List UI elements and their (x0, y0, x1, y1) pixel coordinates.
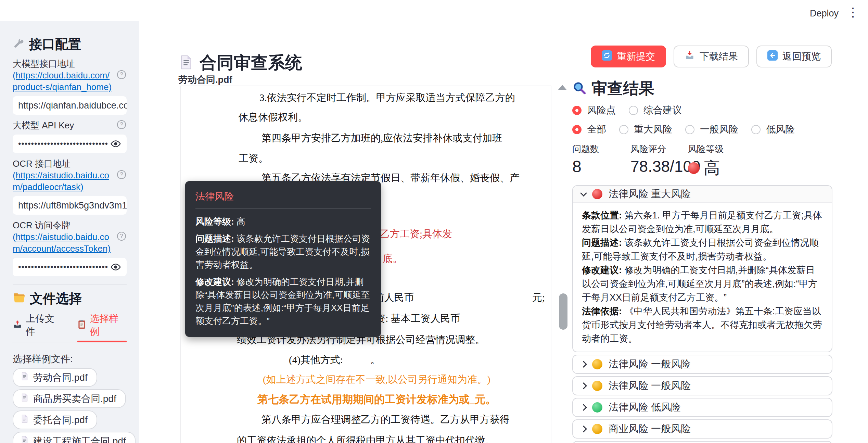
back-arrow-icon (767, 50, 778, 63)
document-icon (20, 414, 29, 426)
risk-card-header[interactable]: 法律风险 重大风险 (573, 186, 832, 203)
risk-card-collapsed[interactable]: 商业风险 低风险 (572, 441, 832, 443)
llm-endpoint-link[interactable]: (https://cloud.baidu.com/product-s/qianf… (13, 70, 112, 92)
radio-all[interactable] (572, 125, 582, 134)
ocr-endpoint-link[interactable]: (https://aistudio.baidu.com/paddleocr/ta… (13, 170, 109, 192)
scroll-up-arrow[interactable] (558, 85, 567, 90)
risk-level-dot-red (688, 162, 700, 174)
risk-dot-yellow (592, 424, 602, 434)
clause-location: 条款位置: 第六条1. 甲方于每月日前足额支付乙方工资;具体发薪日以公司资金到位… (582, 208, 823, 236)
deploy-button[interactable]: Deploy (810, 8, 839, 19)
llm-apikey-label: 大模型 API Key ? (13, 119, 127, 131)
view-mode-radios: 风险点 综合建议 (572, 105, 832, 116)
ocr-token-label: OCR 访问令牌 (https://aistudio.baidu.com/acc… (13, 219, 127, 254)
results-title: 审查结果 (591, 78, 654, 99)
tooltip-risk-level: 风险等级: 高 (195, 215, 371, 228)
current-doc-name: 劳动合同.pdf (178, 74, 232, 86)
doc-line: 第四条甲方安排乙方加班的,应依法安排补休或支付加班 (261, 131, 502, 145)
risk-card-collapsed[interactable]: 法律风险 一般风险 (572, 376, 832, 395)
download-results-button[interactable]: 下载结果 (674, 46, 749, 67)
api-config-title: 接口配置 (29, 36, 81, 53)
doc-line-clause7-orange: 第七条乙方在试用期期间的工资计发标准为或_元。 (257, 392, 496, 407)
radio-overall-advice[interactable] (629, 106, 638, 115)
risk-card-body: 条款位置: 第六条1. 甲方于每月日前足额支付乙方工资;具体发薪日以公司资金到位… (573, 203, 832, 352)
document-icon (20, 372, 29, 383)
clipboard-icon (77, 319, 86, 331)
stat-risk-level: 风险等级 高 (688, 143, 832, 179)
ocr-token-input[interactable]: •••••••••••••••••••••••••••••••• (13, 258, 127, 276)
folder-icon (13, 292, 26, 306)
document-icon (20, 435, 29, 443)
help-icon[interactable]: ? (117, 120, 126, 129)
resubmit-button[interactable]: 重新提交 (591, 46, 666, 67)
file-tabs: 上传文件 选择样例 (13, 312, 127, 342)
back-to-preview-button[interactable]: 返回预览 (756, 46, 832, 67)
risk-dot-yellow (592, 381, 602, 391)
risk-card-expanded: 法律风险 重大风险 条款位置: 第六条1. 甲方于每月日前足额支付乙方工资;具体… (572, 185, 832, 352)
llm-apikey-input[interactable]: •••••••••••••••••••••••••••••••• (13, 135, 127, 153)
radio-major-risk[interactable] (619, 125, 628, 134)
divider (13, 284, 127, 284)
chevron-right-icon (580, 404, 587, 411)
ocr-token-link[interactable]: (https://aistudio.baidu.com/account/acce… (13, 232, 111, 254)
help-icon[interactable]: ? (117, 170, 126, 179)
risk-dot-red (592, 189, 602, 199)
stats-row: 问题数 8 风险评分 78.38/100 风险等级 高 (572, 143, 832, 179)
file-select-title: 文件选择 (30, 290, 82, 307)
help-icon[interactable]: ? (117, 232, 126, 241)
doc-line: 休息休假权利。 (238, 111, 308, 124)
risk-tooltip: 法律风险 风险等级: 高 问题描述: 该条款允许工资支付日根据公司资金到位情况顺… (185, 181, 381, 337)
legal-basis: 法律依据: 《中华人民共和国劳动法》第五十条:工资应当以货币形式按月支付给劳动者… (582, 304, 823, 345)
document-viewer[interactable]: 3.依法实行不定时工作制。甲方应采取适当方式保障乙方的 休息休假权利。 第四条甲… (180, 86, 551, 443)
stat-risk-score: 风险评分 78.38/100 (630, 143, 688, 179)
risk-card-collapsed[interactable]: 商业风险 一般风险 (572, 419, 832, 439)
page-title: 合同审查系统 (200, 51, 302, 74)
ocr-endpoint-input[interactable]: https://uft8mbk5g3ndv3m1.aistu (13, 196, 127, 215)
upload-icon (13, 319, 22, 331)
stat-problem-count: 问题数 8 (572, 143, 630, 179)
sample-files-label: 选择样例文件: (13, 353, 127, 366)
radio-general-risk[interactable] (685, 125, 694, 134)
risk-card-collapsed[interactable]: 法律风险 低风险 (572, 398, 832, 417)
tooltip-suggestion: 修改建议: 修改为明确的工资支付日期,并删除“具体发薪日以公司资金到位为准,可顺… (195, 275, 371, 327)
radio-low-risk[interactable] (751, 125, 761, 134)
risk-cards: 法律风险 重大风险 条款位置: 第六条1. 甲方于每月日前足额支付乙方工资;具体… (572, 185, 832, 443)
doc-line-note-orange: (如上述方式之间存在不一致,以公司另行通知为准。) (263, 373, 490, 387)
tooltip-title: 法律风险 (185, 181, 381, 208)
chevron-right-icon (580, 361, 587, 368)
doc-line-risk-red: 乙方工资;具体发 (380, 227, 452, 241)
doc-line: 的工资依法承担的个人所得税由甲方从其工资中代扣代缴。 (237, 434, 495, 443)
chevron-down-icon (580, 190, 587, 197)
sidebar: 接口配置 大模型接口地址 (https://cloud.baidu.com/pr… (0, 0, 139, 443)
tab-upload-file[interactable]: 上传文件 (13, 312, 62, 338)
page-title-row: 合同审查系统 (178, 51, 302, 74)
doc-line: 3.依法实行不定时工作制。甲方应采取适当方式保障乙方的 (259, 91, 515, 105)
eye-icon[interactable] (110, 262, 121, 273)
action-buttons: 重新提交 下载结果 返回预览 (591, 46, 832, 67)
radio-risk-points[interactable] (572, 106, 582, 115)
risk-card-collapsed[interactable]: 法律风险 一般风险 (572, 355, 832, 374)
chevron-right-icon (580, 426, 587, 432)
llm-endpoint-label: 大模型接口地址 (https://cloud.baidu.com/product… (13, 58, 127, 93)
risk-dot-yellow (592, 359, 602, 369)
tab-select-sample[interactable]: 选择样例 (77, 312, 127, 338)
sample-file-button[interactable]: 劳动合同.pdf (13, 368, 97, 387)
help-icon[interactable]: ? (117, 70, 126, 79)
tooltip-problem-desc: 问题描述: 该条款允许工资支付日根据公司资金到位情况顺延,可能导致工资支付不及时… (195, 232, 371, 271)
sample-file-button[interactable]: 委托合同.pdf (13, 410, 97, 429)
wrench-icon (13, 38, 25, 51)
llm-endpoint-input[interactable]: https://qianfan.baidubce.com/v2 (13, 96, 127, 115)
ocr-endpoint-label: OCR 接口地址 (https://aistudio.baidu.com/pad… (13, 158, 127, 193)
scrollbar-thumb[interactable] (559, 293, 567, 330)
doc-line: (4)其他方式: (289, 353, 343, 367)
refresh-icon (602, 50, 612, 63)
eye-icon[interactable] (110, 138, 121, 149)
doc-line: 第八条甲方应合理调整乙方的工资待遇。乙方从甲方获得 (261, 413, 510, 427)
app-header: Deploy ⋮ (0, 0, 868, 21)
severity-filter-radios: 全部 重大风险 一般风险 低风险 (572, 124, 832, 135)
sample-file-button[interactable]: 商品房买卖合同.pdf (13, 389, 126, 408)
problem-desc: 问题描述: 该条款允许工资支付日根据公司资金到位情况顺延,可能导致工资支付不及时… (582, 236, 823, 263)
document-icon (20, 393, 29, 404)
kebab-menu-icon[interactable]: ⋮ (847, 6, 859, 18)
sample-file-button[interactable]: 建设工程施工合同.pdf (13, 432, 136, 443)
